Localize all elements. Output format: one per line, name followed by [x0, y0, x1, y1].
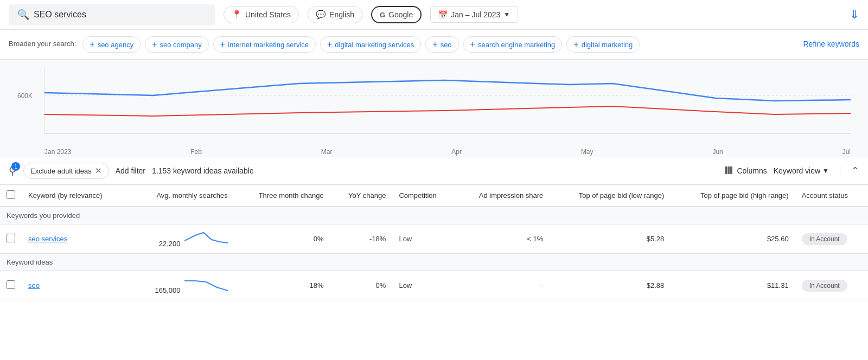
- search-box[interactable]: 🔍: [9, 4, 215, 25]
- col-top-bid-low[interactable]: Top of page bid (low range): [550, 185, 671, 207]
- broaden-chip[interactable]: +seo company: [145, 36, 209, 53]
- keyword-view-button[interactable]: Keyword view ▼: [774, 166, 829, 175]
- chip-label: digital marketing services: [335, 41, 414, 49]
- broaden-chip[interactable]: +internet marketing service: [213, 36, 316, 53]
- chart-x-labels: Jan 2023 Feb Mar Apr May Jun Jul: [17, 148, 851, 156]
- col-three-month[interactable]: Three month change: [234, 185, 330, 207]
- vertical-divider: [840, 164, 840, 177]
- broaden-chips: +seo agency+seo company+internet marketi…: [82, 36, 796, 53]
- chip-label: internet marketing service: [228, 41, 309, 49]
- row-top-bid-high: $11.31: [671, 271, 795, 300]
- col-ad-impression[interactable]: Ad impression share: [455, 185, 550, 207]
- chip-label: seo: [441, 41, 452, 49]
- filter-icon-wrap[interactable]: ⚲ 1: [9, 164, 17, 177]
- row-yoy: 0%: [330, 271, 393, 300]
- in-account-badge: In Account: [802, 280, 847, 292]
- row-avg-monthly: 165,000: [129, 271, 234, 300]
- broaden-chip[interactable]: +seo: [425, 36, 458, 53]
- col-keyword[interactable]: Keyword (by relevance): [22, 185, 129, 207]
- date-range-picker[interactable]: 📅 Jan – Jul 2023 ▼: [430, 7, 518, 23]
- chart-x-may: May: [581, 148, 593, 156]
- remove-filter-button[interactable]: ✕: [95, 166, 102, 176]
- row-top-bid-low: $2.88: [550, 271, 671, 300]
- plus-icon: +: [470, 40, 475, 49]
- row-checkbox-cell[interactable]: [0, 271, 22, 300]
- col-yoy[interactable]: YoY change: [330, 185, 393, 207]
- chart-y-label: 600K: [17, 92, 33, 100]
- row-ad-impression: –: [455, 271, 550, 300]
- chevron-down-icon: ▼: [503, 11, 510, 18]
- plus-icon: +: [432, 40, 437, 49]
- language-label: English: [329, 10, 354, 19]
- platform-label: Google: [388, 10, 413, 19]
- row-avg-monthly: 22,200: [129, 224, 234, 254]
- plus-icon: +: [327, 40, 332, 49]
- chip-label: seo agency: [98, 41, 134, 49]
- table-section-row: Keywords you provided: [0, 207, 868, 224]
- search-input[interactable]: [34, 10, 206, 20]
- location-label: United States: [245, 10, 291, 19]
- broaden-chip[interactable]: +seo agency: [82, 36, 141, 53]
- location-icon: 📍: [232, 10, 242, 20]
- row-keyword[interactable]: seo: [22, 271, 129, 300]
- language-pill[interactable]: 💬 English: [308, 6, 362, 23]
- chip-label: digital marketing: [582, 41, 633, 49]
- table-header-row: Keyword (by relevance) Avg. monthly sear…: [0, 185, 868, 207]
- section-label: Keywords you provided: [0, 207, 868, 224]
- filter-badge: 1: [11, 162, 20, 171]
- select-all-checkbox[interactable]: [7, 190, 15, 199]
- chart-x-mar: Mar: [321, 148, 333, 156]
- row-three-month: 0%: [234, 224, 330, 254]
- keyword-link[interactable]: seo services: [28, 235, 67, 243]
- language-icon: 💬: [316, 10, 326, 20]
- broaden-chip[interactable]: +digital marketing services: [320, 36, 421, 53]
- collapse-button[interactable]: ⌃: [851, 165, 859, 177]
- row-top-bid-low: $5.28: [550, 224, 671, 254]
- columns-button[interactable]: Columns: [724, 165, 767, 177]
- exclude-adult-chip[interactable]: Exclude adult ideas ✕: [23, 163, 109, 179]
- exclude-adult-label: Exclude adult ideas: [30, 167, 92, 175]
- row-competition: Low: [392, 271, 455, 300]
- row-checkbox[interactable]: [7, 234, 15, 242]
- platform-icon: G: [380, 11, 385, 19]
- download-button[interactable]: ⇓: [850, 8, 859, 22]
- row-checkbox[interactable]: [7, 280, 15, 289]
- row-account-status: In Account: [795, 271, 868, 300]
- in-account-badge: In Account: [802, 233, 847, 245]
- row-checkbox-cell[interactable]: [0, 224, 22, 254]
- platform-pill[interactable]: G Google: [371, 6, 422, 23]
- row-top-bid-high: $25.60: [671, 224, 795, 254]
- filter-bar: ⚲ 1 Exclude adult ideas ✕ Add filter 1,1…: [0, 157, 868, 185]
- col-top-bid-high[interactable]: Top of page bid (high range): [671, 185, 795, 207]
- col-avg-monthly[interactable]: Avg. monthly searches: [129, 185, 234, 207]
- keyword-view-label: Keyword view: [774, 166, 820, 175]
- broaden-chip[interactable]: +search engine marketing: [463, 36, 563, 53]
- table-section-row: Keyword ideas: [0, 254, 868, 271]
- table-row: seo 165,000 -18% 0% Low – $2.88 $11.31 I…: [0, 271, 868, 300]
- row-account-status: In Account: [795, 224, 868, 254]
- search-trend-chart: 600K Jan 2023 Feb Mar Apr May Jun Jul: [0, 60, 868, 157]
- add-filter-button[interactable]: Add filter: [116, 166, 145, 175]
- select-all-header[interactable]: [0, 185, 22, 207]
- col-competition[interactable]: Competition: [392, 185, 455, 207]
- chart-x-jan: Jan 2023: [44, 148, 71, 156]
- columns-icon: [724, 165, 733, 177]
- plus-icon: +: [220, 40, 225, 49]
- search-icon: 🔍: [17, 9, 29, 21]
- refine-keywords-button[interactable]: Refine keywords: [803, 36, 860, 48]
- location-pill[interactable]: 📍 United States: [224, 6, 299, 23]
- chart-x-apr: Apr: [451, 148, 462, 156]
- chip-label: search engine marketing: [478, 41, 555, 49]
- chart-x-jul: Jul: [843, 148, 851, 156]
- keywords-table-wrap: Keyword (by relevance) Avg. monthly sear…: [0, 185, 868, 300]
- broaden-chip[interactable]: +digital marketing: [566, 36, 640, 53]
- keyword-link[interactable]: seo: [28, 281, 40, 290]
- plus-icon: +: [152, 40, 157, 49]
- keyword-count-label: 1,153 keyword ideas available: [152, 166, 254, 175]
- date-range-label: Jan – Jul 2023: [451, 10, 500, 19]
- section-label: Keyword ideas: [0, 254, 868, 271]
- col-account-status[interactable]: Account status: [795, 185, 868, 207]
- row-keyword[interactable]: seo services: [22, 224, 129, 254]
- chart-x-jun: Jun: [712, 148, 723, 156]
- broaden-search-row: Broaden your search: +seo agency+seo com…: [0, 30, 868, 60]
